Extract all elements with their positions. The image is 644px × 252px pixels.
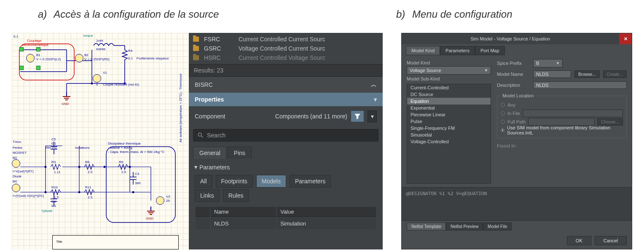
diss-label: Dissipateur thermique — [108, 142, 141, 145]
cell-name: NLDS — [211, 218, 276, 229]
tab-model-file[interactable]: Model File — [483, 223, 512, 231]
pill-all[interactable]: All — [195, 175, 212, 188]
model-name-field[interactable]: NLDS — [533, 70, 571, 78]
sel-handle[interactable] — [36, 47, 40, 51]
table-row[interactable]: NLDS Simulation — [196, 218, 376, 229]
col-name[interactable]: Name — [211, 207, 276, 217]
tab-pins[interactable]: Pins — [228, 147, 252, 159]
tab-netlist-template[interactable]: Netlist Template — [407, 223, 446, 231]
section-header-bisrc[interactable]: BISRC ︽ — [189, 77, 383, 93]
tab-general[interactable]: General — [193, 147, 227, 159]
cancel-button[interactable]: Cancel — [595, 236, 627, 245]
torque-label: torque — [83, 34, 93, 38]
results-bar: Results: 23 — [189, 64, 383, 77]
choose-button[interactable]: Choose... — [597, 118, 623, 126]
lib-row-fsrc[interactable]: FSRC Current Controlled Current Sourc — [193, 35, 378, 44]
properties-header[interactable]: Properties ▾ — [189, 93, 383, 106]
close-button[interactable]: ✕ — [619, 33, 632, 44]
pill-footprints[interactable]: Footprints — [216, 175, 253, 188]
mosfet-label: MOSFET — [13, 151, 27, 155]
source-b4[interactable] — [12, 184, 20, 192]
lib-row-hsrc[interactable]: HSRC Current Controlled Voltage Sourc — [193, 53, 378, 62]
subkind-item[interactable]: Pulse — [407, 118, 491, 125]
tab-parameters[interactable]: Parameters — [440, 46, 475, 55]
col-value[interactable]: Value — [277, 207, 376, 217]
funnel-icon — [354, 113, 361, 120]
loc-radio-infile[interactable]: In File — [501, 109, 623, 118]
browse-button[interactable]: Browse... — [574, 70, 600, 78]
source-b1[interactable] — [26, 54, 35, 62]
subkind-item[interactable]: Exponential — [407, 105, 491, 111]
dialog-titlebar[interactable]: Sim Model - Voltage Source / Equation ✕ — [402, 33, 632, 44]
tab-model-kind[interactable]: Model Kind — [406, 46, 440, 55]
loc-radio-uselib[interactable]: Use SIM model from component library Sim… — [501, 126, 623, 134]
model-kind-label: Model Kind — [407, 60, 491, 65]
inner-tabs: General Pins — [189, 144, 383, 159]
chevron-down-icon: ▼ — [484, 68, 488, 72]
use-sim-label: Use SIM model from component library Sim… — [507, 125, 623, 135]
search-placeholder: Search — [207, 132, 225, 139]
description-field[interactable]: NLDS — [533, 81, 627, 89]
create-button[interactable]: Create... — [603, 70, 627, 78]
subkind-item[interactable]: Voltage-Controlled — [407, 138, 491, 145]
svg-point-26 — [198, 133, 201, 136]
source-v2[interactable] — [156, 196, 164, 205]
loc-radio-any[interactable]: Any — [501, 101, 623, 109]
subkind-item[interactable]: DC Source — [407, 91, 491, 98]
lib-row-gsrc[interactable]: GSRC Voltage Controlled Current Sourc — [193, 44, 378, 53]
description-label: Description — [497, 83, 530, 88]
spice-prefix-combo[interactable]: B ▼ — [533, 59, 563, 67]
caption-a-letter: a) — [38, 8, 47, 20]
v1-label: Couple résistant (nul ici) — [103, 83, 139, 86]
infile-path-field[interactable] — [523, 110, 623, 117]
diode-header: Diode — [13, 174, 21, 178]
pill-links[interactable]: Links — [195, 189, 220, 202]
c3-name: C3 — [135, 172, 139, 176]
filter-dropdown-button[interactable]: ▾ — [368, 110, 377, 122]
sel-handle[interactable] — [36, 66, 40, 70]
component-label: Component — [195, 113, 225, 120]
spice-prefix-label: Spice Prefix — [497, 61, 530, 66]
c3-value: 360 — [135, 181, 140, 185]
description-value: NLDS — [536, 83, 548, 88]
subkind-item[interactable]: Current-Controlled — [407, 84, 491, 91]
model-kind-combo[interactable]: Voltage Source ▼ — [407, 66, 491, 75]
source-v1[interactable] — [93, 74, 101, 83]
coupling-label: Couplage — [27, 39, 41, 43]
model-subkind-label: Model Sub-Kind — [407, 76, 491, 81]
pill-rules[interactable]: Rules — [223, 189, 249, 202]
r4-label: Frottements visqueux — [137, 56, 169, 60]
subkind-item-selected[interactable]: Equation — [407, 98, 491, 105]
b2-name: B2 — [84, 53, 89, 57]
subkind-item[interactable]: Piecewise Linear — [407, 111, 491, 118]
loc-radio-fullpath[interactable]: Full PathChoose... — [501, 118, 623, 126]
netlist-template-area[interactable]: @DESIGNATOR %1 %2 V=@EQUATION — [402, 187, 632, 221]
r10-value: 1.5 — [54, 196, 59, 199]
source-b2[interactable] — [75, 54, 83, 62]
fullpath-field[interactable] — [528, 118, 595, 126]
model-subkind-list[interactable]: Current-Controlled DC Source Equation Ex… — [407, 84, 491, 184]
ok-button[interactable]: OK — [567, 236, 591, 245]
filter-button[interactable] — [351, 110, 364, 122]
dialog-bottom-tabs: Netlist Template Netlist Preview Model F… — [402, 221, 632, 232]
subkind-item[interactable]: Sinusoidal — [407, 131, 491, 138]
sel-handle[interactable] — [19, 66, 24, 70]
tab-netlist-preview[interactable]: Netlist Preview — [446, 223, 483, 231]
parameters-title[interactable]: Parameters — [195, 164, 377, 171]
r8-value: 2.5 — [88, 170, 92, 174]
pill-models[interactable]: Models — [256, 175, 286, 188]
source-b3[interactable] — [12, 159, 20, 168]
r9-name: R9 — [119, 160, 123, 164]
tab-port-map[interactable]: Port Map — [475, 46, 505, 55]
r11-name: R11 — [85, 185, 91, 189]
rth-label: Rth J-C — [46, 146, 57, 150]
tjdiode-label: Tjdiode — [41, 209, 52, 213]
loc-fullpath-label: Full Path — [507, 119, 526, 124]
subkind-item[interactable]: Single-Frequency FM — [407, 125, 491, 131]
svg-point-18 — [78, 166, 80, 168]
pill-parameters[interactable]: Parameters — [290, 175, 331, 188]
model-name-label: Model Name — [497, 72, 530, 77]
schematic-canvas[interactable]: 0.1 Couplage électromécanique torque B1 … — [12, 33, 189, 249]
sel-handle[interactable] — [19, 47, 24, 51]
search-input[interactable]: Search — [193, 129, 378, 142]
